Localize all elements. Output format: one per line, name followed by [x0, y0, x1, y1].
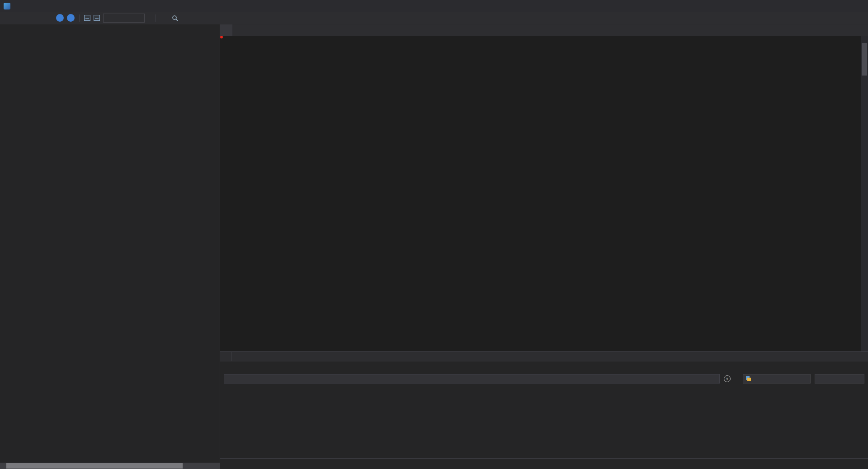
- search-panel: ∨: [220, 361, 868, 469]
- search-scope-combobox[interactable]: [743, 374, 811, 384]
- code-editor[interactable]: [220, 36, 868, 351]
- explorer-header: [0, 24, 220, 35]
- title-bar: [0, 0, 868, 12]
- search-panel-header: [220, 361, 868, 372]
- code-view[interactable]: [220, 36, 861, 351]
- bottom-tab-strip: [220, 458, 868, 469]
- editor-zoom-bar: [220, 351, 868, 361]
- scrollbar-thumb[interactable]: [862, 43, 867, 76]
- app-logo-icon: [4, 3, 10, 9]
- menu-duzenle[interactable]: [8, 16, 16, 20]
- settings-chevron-icon[interactable]: ∨: [724, 375, 731, 382]
- scope-icon: [746, 376, 751, 381]
- close-button[interactable]: [848, 0, 868, 12]
- menu-pencere[interactable]: [33, 16, 41, 20]
- tree-horizontal-scrollbar[interactable]: [0, 463, 220, 469]
- language-combobox[interactable]: [103, 14, 145, 23]
- navigate-back-icon[interactable]: [56, 14, 64, 22]
- toolbar-separator: [156, 14, 156, 22]
- tab-loadsettings[interactable]: [220, 24, 232, 36]
- zoom-combobox[interactable]: [220, 352, 231, 361]
- menu-dosya[interactable]: [0, 16, 8, 20]
- maximize-button[interactable]: [827, 0, 848, 12]
- file-scope-combobox[interactable]: [815, 374, 864, 384]
- dnspy-window: ∨: [0, 0, 868, 469]
- menu-gorunum[interactable]: [16, 16, 24, 20]
- scrollbar-thumb[interactable]: [6, 463, 183, 469]
- editor-vertical-scrollbar[interactable]: [861, 36, 868, 351]
- minimize-button[interactable]: [807, 0, 827, 12]
- menu-yardim[interactable]: [41, 16, 49, 20]
- search-icon[interactable]: [172, 15, 178, 21]
- menu-hata-ayiklama[interactable]: [24, 16, 33, 20]
- menu-bar: [0, 12, 868, 24]
- assembly-tree[interactable]: [0, 35, 220, 463]
- search-input[interactable]: [224, 374, 720, 384]
- assembly-explorer-panel: [0, 24, 220, 469]
- document-tab-bar: [220, 24, 868, 36]
- toolbar: [56, 12, 178, 24]
- save-module-icon[interactable]: [94, 15, 100, 21]
- search-controls: ∨: [220, 372, 868, 385]
- open-file-icon[interactable]: [84, 15, 90, 21]
- search-results-area[interactable]: [220, 385, 868, 458]
- toolbar-separator: [79, 14, 80, 22]
- navigate-forward-icon[interactable]: [67, 14, 75, 22]
